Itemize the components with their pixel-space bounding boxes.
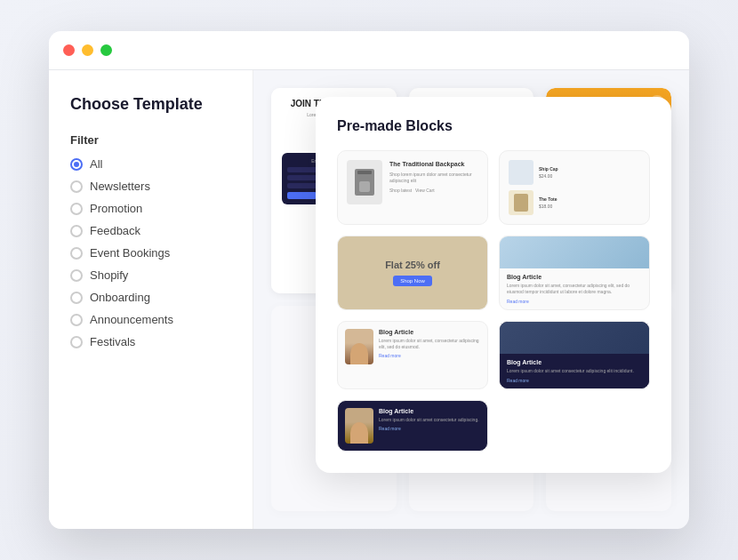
filter-item-all[interactable]: All (70, 157, 231, 171)
close-button[interactable] (63, 44, 75, 56)
browser-toolbar (49, 31, 689, 70)
blog-label-1: Blog Article (507, 274, 642, 280)
browser-content: Choose Template Filter All Newsletters P… (49, 70, 689, 529)
blog-dark-label-2: Blog Article (379, 408, 480, 414)
filter-item-promotion[interactable]: Promotion (70, 202, 231, 215)
blog-read-more-2[interactable]: Read more (379, 353, 480, 358)
radio-newsletters (70, 180, 83, 193)
filter-list: All Newsletters Promotion Feedback Event… (70, 157, 231, 348)
radio-feedback (70, 225, 83, 237)
radio-all (70, 158, 83, 171)
radio-promotion (70, 203, 83, 215)
maximize-button[interactable] (100, 44, 112, 56)
blog-dark-person-photo (345, 408, 373, 444)
filter-label-promotion: Promotion (90, 202, 142, 215)
filter-label-feedback: Feedback (90, 224, 140, 237)
blog-article-dark-1[interactable]: Blog Article Lorem ipsum dolor sit amet … (499, 321, 650, 389)
filter-item-announcements[interactable]: Announcements (70, 313, 231, 326)
promo-text: Flat 25% off (385, 260, 440, 270)
filter-item-onboarding[interactable]: Onboarding (70, 291, 231, 304)
product-desc: Shop lorem ipsum dolor amet consectetur … (389, 172, 478, 184)
blog-dark-read-more-1[interactable]: Read more (507, 378, 642, 383)
product-block-card[interactable]: The Traditional Backpack Shop lorem ipsu… (337, 150, 488, 225)
promo-block-card[interactable]: Flat 25% off Shop Now (337, 236, 488, 310)
main-area: JOIN THE FIT CLUB. Lorem ipsum dolor sit… (253, 70, 689, 529)
browser-window: Choose Template Filter All Newsletters P… (49, 31, 689, 529)
filter-label-shopify: Shopify (90, 268, 128, 282)
modal-container: Pre-made Blocks (316, 97, 671, 473)
blog-read-more-1[interactable]: Read more (507, 299, 642, 304)
radio-shopify (70, 269, 83, 282)
filter-label-festivals: Festivals (90, 335, 135, 348)
filter-label-announcements: Announcements (90, 313, 173, 326)
product-info: The Traditional Backpack Shop lorem ipsu… (389, 160, 478, 193)
blog-person-photo (345, 329, 373, 364)
radio-announcements (70, 314, 83, 326)
filter-label-event-bookings: Event Bookings (90, 246, 170, 260)
blog-dark-label-1: Blog Article (507, 359, 642, 365)
radio-event-bookings (70, 247, 83, 260)
product-image (347, 160, 382, 204)
filter-label-newsletters: Newsletters (90, 180, 150, 193)
blog-text-2: Lorem ipsum dolor sit amet, consectetur … (379, 338, 480, 350)
blog-article-card-1[interactable]: Blog Article Lorem ipsum dolor sit amet,… (499, 236, 650, 310)
blog-dark-text-2: Lorem ipsum dolor sit amet consectetur a… (379, 417, 480, 423)
blog-article-dark-2[interactable]: Blog Article Lorem ipsum dolor sit amet … (337, 400, 488, 452)
filter-item-festivals[interactable]: Festivals (70, 335, 231, 348)
filter-item-newsletters[interactable]: Newsletters (70, 180, 231, 193)
left-panel: Choose Template Filter All Newsletters P… (49, 70, 253, 529)
blog-text-1: Lorem ipsum dolor sit amet, consectetur … (507, 283, 642, 295)
blog-dark-read-more-2[interactable]: Read more (379, 426, 480, 431)
filter-item-shopify[interactable]: Shopify (70, 268, 231, 282)
filter-label: Filter (70, 133, 231, 147)
filter-label-all: All (90, 157, 102, 171)
modal-title: Pre-made Blocks (337, 118, 650, 134)
filter-label-onboarding: Onboarding (90, 291, 150, 304)
blog-label-2: Blog Article (379, 329, 480, 335)
filter-item-feedback[interactable]: Feedback (70, 224, 231, 237)
blog-article-card-2[interactable]: Blog Article Lorem ipsum dolor sit amet,… (337, 321, 488, 389)
blocks-grid: The Traditional Backpack Shop lorem ipsu… (337, 150, 650, 452)
promo-button[interactable]: Shop Now (393, 276, 432, 286)
multi-product-block-card[interactable]: Ship Cap $24.00 (499, 150, 650, 225)
minimize-button[interactable] (82, 44, 93, 56)
radio-onboarding (70, 292, 83, 304)
radio-festivals (70, 336, 83, 348)
blog-dark-text-1: Lorem ipsum dolor sit amet consectetur a… (507, 368, 642, 374)
product-title: The Traditional Backpack (389, 160, 478, 168)
premade-blocks-modal: Pre-made Blocks (325, 97, 689, 529)
filter-item-event-bookings[interactable]: Event Bookings (70, 246, 231, 260)
panel-title: Choose Template (70, 95, 231, 114)
